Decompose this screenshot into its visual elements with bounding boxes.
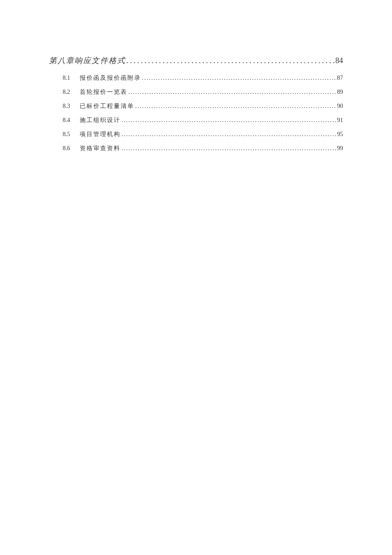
toc-sub-title: 首轮报价一览表 [80,88,127,96]
toc-sub-row: 8.3 已标价工程量清单 ...........................… [49,102,343,110]
toc-sub-title: 报价函及报价函附录 [80,74,141,82]
toc-sub-title: 施工组织设计 [80,116,121,124]
toc-chapter-page: 84 [335,56,343,65]
toc-sub-row: 8.5 项目管理机构 .............................… [49,131,343,138]
toc-dots: ........................................… [121,117,337,124]
toc-sub-num: 8.4 [63,117,80,124]
toc-dots: ........................................… [121,145,337,152]
toc-sub-page: 91 [337,117,343,124]
toc-sub-row: 8.1 报价函及报价函附录 ..........................… [49,74,343,82]
toc-sub-row: 8.2 首轮报价一览表 ............................… [49,88,343,96]
toc-sub-page: 99 [337,145,343,152]
toc-sub-title: 资格审查资料 [80,145,121,152]
toc-sub-title: 项目管理机构 [80,131,121,138]
toc-chapter-row: 第八章响应文件格式 ..............................… [49,55,343,66]
toc-dots: ........................................… [127,89,337,96]
toc-dots: ........................................… [141,75,337,81]
toc-sub-page: 87 [337,75,343,81]
toc-sub-num: 8.6 [63,145,80,152]
toc-dots: ........................................… [121,131,337,138]
toc-sub-row: 8.6 资格审查资料 .............................… [49,145,343,152]
toc-sub-page: 95 [337,131,343,138]
toc-sub-num: 8.3 [63,103,80,110]
toc-dots: ........................................… [126,56,335,65]
toc-sub-page: 89 [337,89,343,96]
toc-sub-title: 已标价工程量清单 [80,102,134,110]
toc-sub-num: 8.1 [63,75,80,81]
toc-dots: ........................................… [134,103,337,110]
toc-sub-page: 90 [337,103,343,110]
toc-sub-row: 8.4 施工组织设计 .............................… [49,116,343,124]
toc-chapter-title: 第八章响应文件格式 [49,55,126,66]
toc-sub-num: 8.2 [63,89,80,96]
toc-sub-num: 8.5 [63,131,80,138]
